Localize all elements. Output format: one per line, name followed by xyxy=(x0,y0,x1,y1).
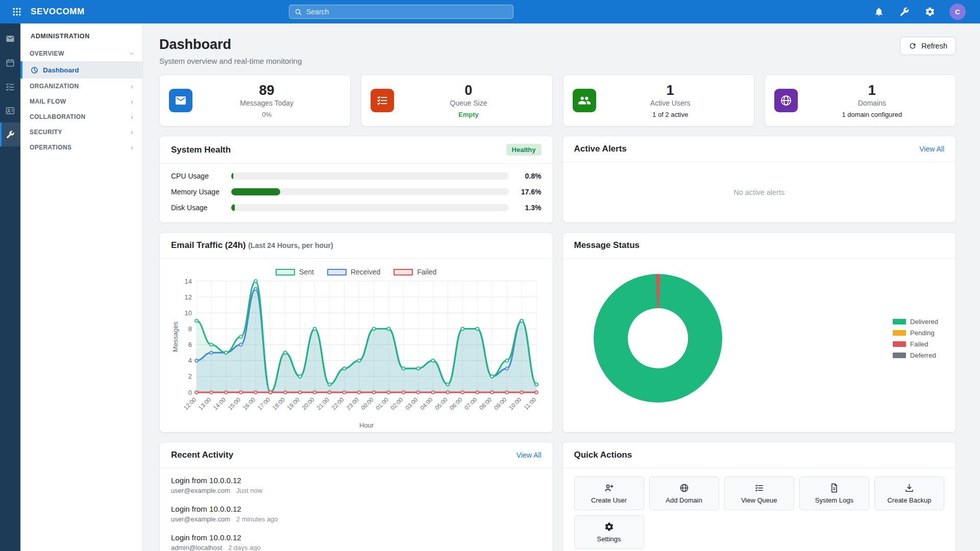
svg-text:Hour: Hour xyxy=(359,421,374,429)
topbar: SEVOCOMM C xyxy=(0,0,980,23)
tools-icon[interactable] xyxy=(898,6,911,18)
user-avatar[interactable]: C xyxy=(949,4,966,20)
legend-swatch-sent xyxy=(276,269,295,276)
legend-swatch-received xyxy=(327,269,347,276)
svg-text:21:00: 21:00 xyxy=(315,396,330,411)
stat-sub: 0% xyxy=(192,111,341,118)
svg-text:05:00: 05:00 xyxy=(434,396,449,411)
create-user-button[interactable]: Create User xyxy=(574,477,644,510)
svg-text:8: 8 xyxy=(188,325,192,333)
svg-text:02:00: 02:00 xyxy=(389,396,404,411)
sidebar-item-collaboration[interactable]: COLLABORATION › xyxy=(20,109,142,124)
svg-text:13:00: 13:00 xyxy=(198,396,212,411)
refresh-button[interactable]: Refresh xyxy=(900,37,956,55)
rail-contacts-icon[interactable] xyxy=(0,98,20,122)
sidebar-item-operations[interactable]: OPERATIONS › xyxy=(20,140,142,155)
topbar-actions: C xyxy=(873,0,966,23)
settings-button[interactable]: Settings xyxy=(574,515,644,549)
stat-cards: 89 Messages Today 0% 0 Queue Size Empty xyxy=(159,74,956,127)
svg-text:Messages: Messages xyxy=(172,321,179,352)
progress-fill xyxy=(231,188,280,195)
stat-card-messages: 89 Messages Today 0% xyxy=(159,74,351,127)
system-logs-button[interactable]: System Logs xyxy=(799,477,869,510)
app-grid-icon[interactable] xyxy=(9,4,24,19)
globe-icon xyxy=(679,483,689,493)
create-backup-button[interactable]: Create Backup xyxy=(874,477,944,510)
sidebar-item-mail-flow[interactable]: MAIL FLOW › xyxy=(20,94,142,109)
activity-row: Login from 10.0.0.12 admin@localhost2 da… xyxy=(171,528,542,551)
legend-swatch-delivered xyxy=(893,319,906,324)
sidebar-item-dashboard[interactable]: Dashboard xyxy=(20,61,142,79)
stat-sub: 1 domain configured xyxy=(798,111,946,118)
recent-activity-card: Recent Activity View All Login from 10.0… xyxy=(159,442,553,551)
stat-label: Active Users xyxy=(596,99,745,107)
svg-text:12: 12 xyxy=(185,293,192,301)
legend-swatch-deferred xyxy=(893,353,906,358)
stat-label: Domains xyxy=(798,99,946,107)
svg-text:23:00: 23:00 xyxy=(345,396,360,411)
add-domain-button[interactable]: Add Domain xyxy=(649,477,719,510)
system-health-card: System Health Healthy CPU Usage 0.8% Mem… xyxy=(159,136,553,223)
envelope-icon xyxy=(169,89,192,112)
health-row-disk: Disk Usage 1.3% xyxy=(171,204,542,212)
legend-swatch-pending xyxy=(893,330,906,336)
legend-swatch-failed xyxy=(394,269,413,276)
chevron-down-icon: › xyxy=(128,52,136,55)
main-content: Dashboard System overview and real-time … xyxy=(143,23,980,551)
stat-value: 1 xyxy=(798,83,946,98)
activity-row: Login from 10.0.0.12 user@example.comJus… xyxy=(171,470,542,499)
stat-sub: Empty xyxy=(394,111,543,118)
chevron-right-icon: › xyxy=(131,128,133,136)
brand-title: SEVOCOMM xyxy=(31,7,85,17)
page-subtitle: System overview and real-time monitoring xyxy=(159,57,302,65)
svg-text:15:00: 15:00 xyxy=(227,396,241,411)
svg-text:12:00: 12:00 xyxy=(183,396,198,411)
stat-card-domains: 1 Domains 1 domain configured xyxy=(765,74,956,127)
sidebar-item-organization[interactable]: ORGANIZATION › xyxy=(20,79,142,94)
view-all-alerts-link[interactable]: View All xyxy=(919,145,944,153)
health-row-memory: Memory Usage 17.6% xyxy=(171,188,542,196)
rail-admin-tools-icon[interactable] xyxy=(0,122,20,146)
download-icon xyxy=(904,483,914,493)
chevron-right-icon: › xyxy=(131,143,133,152)
rail-checklist-icon[interactable] xyxy=(0,74,20,98)
activity-row: Login from 10.0.0.12 user@example.com2 m… xyxy=(171,499,542,528)
gear-icon xyxy=(604,522,614,532)
progress-track xyxy=(231,172,509,180)
legend-swatch-failed xyxy=(893,341,906,347)
queue-list-icon xyxy=(754,483,764,493)
svg-text:19:00: 19:00 xyxy=(286,396,301,411)
svg-text:18:00: 18:00 xyxy=(271,396,286,411)
email-traffic-chart: 0246810121412:0013:0014:0015:0016:0017:0… xyxy=(171,277,541,430)
view-all-activity-link[interactable]: View All xyxy=(517,451,542,459)
stat-label: Messages Today xyxy=(192,99,341,107)
svg-text:01:00: 01:00 xyxy=(375,396,389,411)
refresh-icon xyxy=(909,42,917,50)
chart-legend: Sent Received Failed xyxy=(171,268,542,276)
card-title: Email Traffic (24h) xyxy=(171,240,246,250)
file-text-icon xyxy=(829,483,839,493)
view-queue-button[interactable]: View Queue xyxy=(724,477,794,510)
stat-value: 0 xyxy=(394,83,543,98)
rail-mail-icon[interactable] xyxy=(0,27,20,51)
svg-text:11:00: 11:00 xyxy=(523,396,537,411)
sidebar-item-overview[interactable]: OVERVIEW › xyxy=(20,46,142,61)
gear-icon[interactable] xyxy=(924,6,936,18)
stat-label: Queue Size xyxy=(394,99,543,107)
search-input[interactable] xyxy=(306,8,508,16)
card-title: Quick Actions xyxy=(574,450,632,460)
rail-calendar-icon[interactable] xyxy=(0,51,20,74)
svg-text:6: 6 xyxy=(188,341,192,348)
users-icon xyxy=(573,89,596,112)
card-title: System Health xyxy=(171,145,231,155)
svg-text:03:00: 03:00 xyxy=(404,396,419,411)
search-box[interactable] xyxy=(289,5,513,19)
bell-icon[interactable] xyxy=(873,6,885,18)
sidebar-item-security[interactable]: SECURITY › xyxy=(20,124,142,140)
sidebar: ADMINISTRATION OVERVIEW › Dashboard ORGA… xyxy=(20,23,143,551)
search-icon xyxy=(295,8,302,16)
page-title: Dashboard xyxy=(159,37,302,53)
svg-text:00:00: 00:00 xyxy=(360,396,375,411)
stat-value: 89 xyxy=(192,83,341,98)
svg-text:0: 0 xyxy=(188,389,192,396)
